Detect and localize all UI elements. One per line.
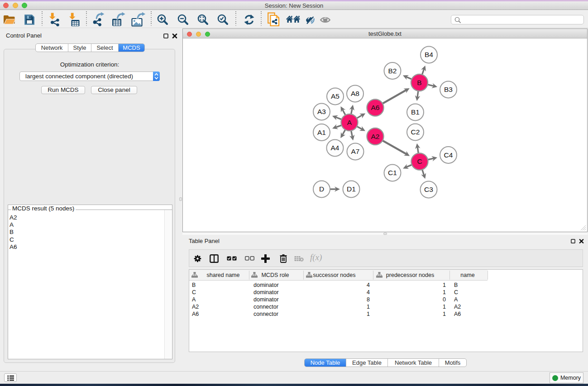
- svg-text:A2: A2: [371, 132, 380, 140]
- svg-text:C: C: [417, 157, 422, 165]
- svg-text:A8: A8: [351, 90, 359, 97]
- svg-text:D1: D1: [347, 185, 356, 193]
- svg-text:C1: C1: [388, 169, 397, 176]
- svg-text:B2: B2: [388, 67, 397, 74]
- svg-text:B: B: [417, 78, 421, 86]
- svg-text:A7: A7: [351, 148, 360, 155]
- svg-text:B3: B3: [444, 86, 453, 93]
- svg-text:A4: A4: [331, 144, 339, 152]
- svg-text:A1: A1: [317, 128, 326, 136]
- svg-text:D: D: [319, 185, 324, 193]
- svg-text:A5: A5: [331, 92, 339, 100]
- svg-text:B4: B4: [425, 51, 433, 58]
- svg-text:C3: C3: [424, 186, 433, 193]
- svg-text:A6: A6: [371, 104, 380, 111]
- svg-text:A3: A3: [317, 108, 326, 115]
- svg-text:C4: C4: [444, 151, 453, 158]
- svg-text:B1: B1: [411, 108, 420, 116]
- svg-text:A: A: [347, 118, 352, 126]
- svg-text:C2: C2: [411, 128, 420, 136]
